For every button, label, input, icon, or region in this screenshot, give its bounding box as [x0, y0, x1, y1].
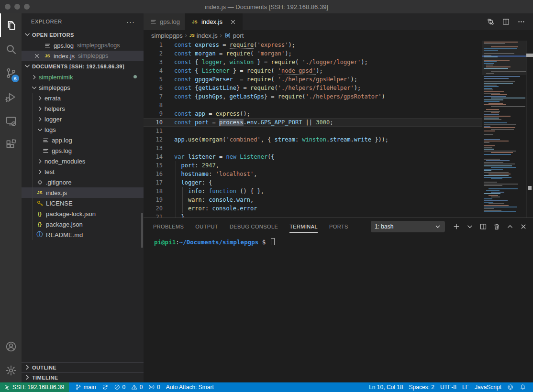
maximize-panel-button[interactable] [504, 221, 516, 232]
code-line-2[interactable]: 2const morgan = require( 'morgan'); [144, 49, 482, 58]
terminal-dropdown-button[interactable] [464, 221, 476, 232]
split-terminal-button[interactable] [477, 221, 489, 232]
tree-item-readme-md[interactable]: ⓘREADME.md [22, 229, 144, 240]
code-line-14[interactable]: 14var listener = new Listener({ [144, 152, 482, 161]
code-line-17[interactable]: 17 logger: { [144, 178, 482, 187]
code-line-7[interactable]: 7const {pushGps, getLastGps} = require('… [144, 92, 482, 101]
activity-bar-item-settings[interactable] [0, 359, 22, 382]
status-indentation[interactable]: Spaces: 2 [407, 382, 437, 392]
sidebar-scrollbar[interactable] [141, 213, 143, 248]
panel-tab-ports[interactable]: PORTS [329, 218, 348, 235]
status-language-mode[interactable]: JavaScript [472, 382, 504, 392]
window-controls[interactable] [5, 4, 30, 10]
code-line-10[interactable]: 10const port = process.env.GPS_APP_PORT … [144, 118, 482, 127]
close-tab-button[interactable] [228, 17, 238, 27]
breadcrumb-item-simplepgps[interactable]: simplepgps [151, 32, 183, 39]
overview-ruler[interactable] [526, 41, 533, 218]
activity-bar-item-explorer[interactable] [0, 13, 22, 37]
status-problems-warnings[interactable]: 0 [129, 382, 145, 392]
tab-index-js[interactable]: JSindex.js [185, 13, 243, 30]
status-auto-attach[interactable]: Auto Attach: Smart [164, 382, 216, 392]
code-line-11[interactable]: 11 [144, 127, 482, 135]
more-actions-button[interactable] [515, 16, 527, 28]
tree-item-logger[interactable]: logger [22, 114, 144, 124]
split-editor-button[interactable] [500, 16, 512, 28]
activity-bar-item-extensions[interactable] [0, 133, 22, 157]
minimap-line [484, 193, 500, 194]
tree-item-simplemimik[interactable]: simplemimik [22, 72, 144, 82]
activity-bar-item-run-debug[interactable] [0, 85, 22, 109]
code-editor[interactable]: 1const express = require('express');2con… [144, 41, 533, 218]
code-line-16[interactable]: 16 hostname: 'localhost', [144, 170, 482, 178]
panel-tab-debug-console[interactable]: DEBUG CONSOLE [230, 218, 278, 235]
code-line-21[interactable]: 21 }, [144, 213, 482, 218]
zoom-window-button[interactable] [24, 4, 30, 10]
code-line-9[interactable]: 9const app = express(); [144, 109, 482, 118]
activity-bar-item-remote-explorer[interactable] [0, 109, 22, 133]
code-line-12[interactable]: 12app.use(morgan('combined', { stream: w… [144, 135, 482, 144]
panel-tab-output[interactable]: OUTPUT [195, 218, 218, 235]
tree-item-package-lock-json[interactable]: {}package-lock.json [22, 208, 144, 219]
status-cursor-position[interactable]: Ln 10, Col 18 [366, 382, 405, 392]
activity-bar-item-accounts[interactable] [0, 335, 22, 359]
code-line-19[interactable]: 19 warn: console.warn, [144, 196, 482, 204]
code-line-15[interactable]: 15 port: 2947, [144, 161, 482, 170]
code-line-8[interactable]: 8 [144, 101, 482, 109]
timeline-section-header[interactable]: TIMELINE [22, 372, 144, 382]
close-window-button[interactable] [5, 4, 11, 10]
documents-section-header[interactable]: DOCUMENTS [SSH: 192.168.86.39] [22, 61, 144, 72]
tree-item-errata[interactable]: errata [22, 93, 144, 103]
panel-tab-terminal[interactable]: TERMINAL [289, 218, 318, 235]
code-line-5[interactable]: 5const gpggaParser = require( './helpers… [144, 75, 482, 84]
minimap[interactable] [482, 41, 526, 218]
tree-item-test[interactable]: test [22, 166, 144, 177]
tree-item-helpers[interactable]: helpers [22, 103, 144, 114]
open-editor-index-js[interactable]: JSindex.jssimplepgps [22, 51, 144, 61]
code-line-18[interactable]: 18 info: function () { }, [144, 187, 482, 196]
close-panel-button[interactable] [518, 221, 529, 232]
tree-item-gps-log[interactable]: gps.log [22, 145, 144, 156]
tree-item-node-modules[interactable]: node_modules [22, 156, 144, 166]
minimize-window-button[interactable] [14, 4, 20, 10]
status-git-sync[interactable] [100, 382, 111, 392]
status-eol[interactable]: LF [460, 382, 471, 392]
status-problems-errors[interactable]: 0 [111, 382, 128, 392]
terminal-picker-select[interactable]: 1: bash [371, 221, 445, 232]
code-line-20[interactable]: 20 error: console.error [144, 204, 482, 213]
open-editors-section-header[interactable]: OPEN EDITORS [22, 30, 144, 40]
code-line-1[interactable]: 1const express = require('express'); [144, 41, 482, 49]
breadcrumb-item-index-js[interactable]: JSindex.js [189, 32, 218, 39]
outline-section-header[interactable]: OUTLINE [22, 362, 144, 372]
minimap-slider[interactable] [482, 41, 526, 75]
close-editor-button[interactable] [33, 52, 41, 60]
code-line-4[interactable]: 4const { Listener } = require( 'node-gps… [144, 66, 482, 75]
tree-item-index-js[interactable]: JSindex.js [22, 187, 144, 198]
kill-terminal-button[interactable] [491, 221, 502, 232]
tree-item-logs[interactable]: logs [22, 124, 144, 135]
remote-indicator[interactable]: SSH: 192.168.86.39 [0, 382, 69, 392]
code-line-3[interactable]: 3const { logger, winston } = require( '.… [144, 58, 482, 66]
open-changes-button[interactable] [484, 16, 497, 28]
panel-tab-problems[interactable]: PROBLEMS [153, 218, 184, 235]
breadcrumb-item-port[interactable]: port [224, 32, 244, 39]
terminal[interactable]: pi@pi1:~/Documents/simplepgps $ [144, 235, 533, 382]
tree-item-simplepgps[interactable]: simplepgps [22, 82, 144, 93]
status-git-branch[interactable]: main [73, 382, 99, 392]
open-editor-gps-log[interactable]: gps.logsimplepgps/logs [22, 40, 144, 51]
code-line-6[interactable]: 6const {getLastLine} = require('./helper… [144, 84, 482, 92]
code-line-13[interactable]: 13 [144, 144, 482, 152]
status-forwarded-ports[interactable]: 0 [146, 382, 162, 392]
views-more-actions-button[interactable]: ··· [126, 18, 135, 26]
title-bar[interactable]: index.js — Documents [SSH: 192.168.86.39… [0, 0, 533, 13]
tree-item-app-log[interactable]: app.log [22, 135, 144, 145]
status-encoding[interactable]: UTF-8 [438, 382, 459, 392]
activity-bar-item-source-control[interactable]: 5 [0, 61, 22, 85]
new-terminal-button[interactable] [451, 221, 462, 232]
tree-item-license[interactable]: LICENSE [22, 198, 144, 208]
tree-item--gitignore[interactable]: .gitignore [22, 177, 144, 187]
status-feedback[interactable] [505, 382, 516, 392]
status-notifications[interactable] [517, 382, 529, 392]
activity-bar-item-search[interactable] [0, 37, 22, 61]
tree-item-package-json[interactable]: {}package.json [22, 219, 144, 229]
tab-gps-log[interactable]: gps.log [144, 13, 185, 30]
